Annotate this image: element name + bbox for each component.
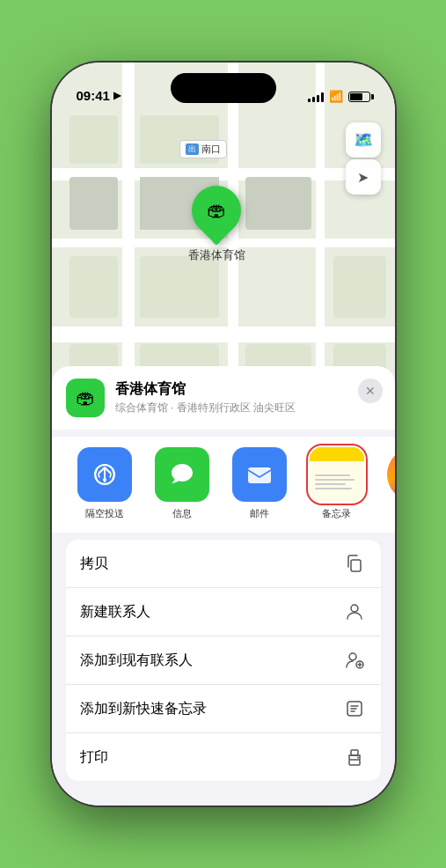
copy-icon (342, 551, 367, 576)
more-icon (387, 447, 395, 502)
print-icon (342, 745, 367, 769)
venue-name: 香港体育馆 (115, 380, 381, 399)
notes-label: 备忘录 (322, 507, 351, 520)
share-item-messages[interactable]: 信息 (143, 447, 221, 520)
svg-point-1 (103, 478, 106, 482)
phone-frame: 09:41 ▶ 📶 (52, 63, 395, 805)
time-label: 09:41 (77, 88, 110, 103)
map-type-button[interactable]: 🗺️ (346, 122, 381, 158)
airdrop-label: 隔空投送 (85, 507, 124, 520)
phone-screen: 09:41 ▶ 📶 (52, 63, 395, 805)
svg-point-5 (349, 653, 356, 660)
marker-label: 香港体育馆 (188, 247, 245, 263)
mail-label: 邮件 (250, 507, 269, 520)
new-contact-icon (342, 600, 367, 624)
map-type-icon: 🗺️ (354, 130, 373, 150)
signal-bars-icon (308, 92, 324, 102)
bottom-sheet: 🏟 香港体育馆 综合体育馆 · 香港特别行政区 油尖旺区 ✕ (52, 366, 395, 805)
wifi-icon: 📶 (329, 90, 343, 103)
new-contact-label: 新建联系人 (80, 603, 150, 622)
venue-card: 🏟 香港体育馆 综合体育馆 · 香港特别行政区 油尖旺区 ✕ (52, 366, 395, 430)
status-icons: 📶 (308, 90, 370, 103)
svg-rect-2 (248, 467, 271, 483)
airdrop-icon (77, 447, 132, 502)
print-label: 打印 (80, 748, 108, 767)
notes-icon (310, 447, 364, 502)
share-item-more[interactable]: 推 (376, 447, 395, 520)
location-icon: ▶ (113, 90, 121, 101)
location-arrow-icon: ➤ (357, 169, 369, 186)
share-row: 隔空投送 信息 (52, 437, 395, 533)
mail-icon (232, 447, 287, 502)
share-item-notes[interactable]: 备忘录 (298, 447, 376, 520)
svg-point-10 (357, 757, 359, 759)
copy-label: 拷贝 (80, 555, 108, 573)
svg-rect-8 (349, 760, 360, 765)
svg-point-4 (351, 605, 358, 612)
venue-info: 香港体育馆 综合体育馆 · 香港特别行政区 油尖旺区 (115, 380, 381, 416)
messages-label: 信息 (172, 507, 192, 520)
sublabel-text: 南口 (201, 143, 221, 156)
stadium-marker[interactable]: 🏟 香港体育馆 (188, 186, 245, 263)
quick-note-label: 添加到新快速备忘录 (80, 700, 207, 718)
action-add-contact[interactable]: 添加到现有联系人 (66, 636, 381, 685)
action-list: 拷贝 新建联系人 (66, 540, 381, 781)
add-contact-icon (342, 648, 367, 673)
share-item-airdrop[interactable]: 隔空投送 (66, 447, 143, 520)
add-contact-label: 添加到现有联系人 (80, 651, 193, 670)
location-button[interactable]: ➤ (346, 159, 381, 195)
marker-pin: 🏟 (181, 175, 251, 245)
close-button[interactable]: ✕ (358, 379, 383, 403)
close-icon: ✕ (365, 384, 376, 398)
map-sublabel: 出 南口 (179, 140, 227, 158)
marker-emoji: 🏟 (207, 199, 226, 222)
quick-note-icon (342, 696, 367, 721)
dynamic-island (171, 73, 276, 103)
action-print[interactable]: 打印 (66, 733, 381, 781)
messages-icon (155, 447, 209, 502)
sublabel-prefix: 出 (186, 143, 199, 155)
action-copy[interactable]: 拷贝 (66, 540, 381, 588)
venue-icon: 🏟 (66, 379, 105, 417)
status-time: 09:41 ▶ (77, 88, 121, 103)
action-new-contact[interactable]: 新建联系人 (66, 588, 381, 636)
battery-icon (348, 92, 370, 102)
action-quick-note[interactable]: 添加到新快速备忘录 (66, 685, 381, 733)
venue-emoji: 🏟 (76, 386, 95, 409)
map-controls: 🗺️ ➤ (346, 122, 381, 195)
svg-rect-9 (351, 750, 358, 755)
venue-desc: 综合体育馆 · 香港特别行政区 油尖旺区 (115, 401, 381, 416)
svg-rect-3 (351, 560, 361, 571)
share-item-mail[interactable]: 邮件 (221, 447, 298, 520)
